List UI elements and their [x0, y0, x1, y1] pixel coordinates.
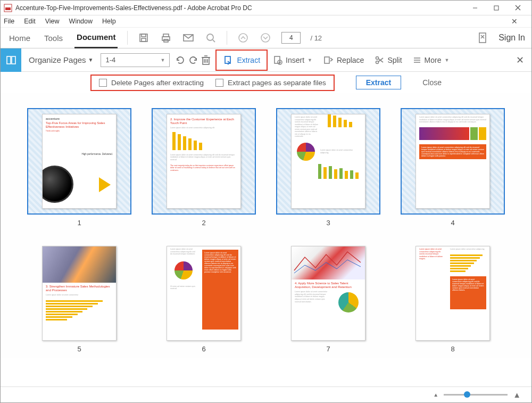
- rotate-left-icon[interactable]: [174, 54, 187, 67]
- extract-button[interactable]: Extract: [356, 76, 401, 89]
- save-icon[interactable]: [137, 31, 150, 44]
- separator: [227, 31, 227, 45]
- svg-rect-1: [5, 7, 11, 10]
- page-number: 5: [77, 345, 81, 353]
- svg-point-16: [261, 34, 270, 42]
- zoom-out-icon[interactable]: ▲: [433, 392, 438, 398]
- split-tool[interactable]: Split: [369, 52, 407, 68]
- svg-point-15: [239, 34, 247, 42]
- tab-home[interactable]: Home: [7, 27, 32, 48]
- search-icon[interactable]: [204, 31, 217, 44]
- checkbox-icon: [215, 79, 223, 87]
- main-toolbar: Home Tools Document 4 / 12 Sign In: [1, 27, 531, 48]
- tab-document[interactable]: Document: [74, 27, 118, 48]
- close-window-button[interactable]: [507, 1, 528, 15]
- organize-sidebar-tab[interactable]: [1, 48, 21, 72]
- extract-options-group: Delete Pages after extracting Extract pa…: [90, 75, 335, 91]
- organize-label[interactable]: Organize Pages▼: [21, 55, 101, 64]
- mobile-icon[interactable]: [476, 31, 489, 44]
- page-number: 2: [202, 219, 205, 227]
- svg-rect-7: [142, 34, 146, 37]
- thumbnail-grid: accenture Top-Five Focus Areas for Impro…: [1, 93, 531, 358]
- title-bar: Accenture-Top-Five-Improvements-Sales-Ef…: [1, 1, 531, 15]
- zoom-slider[interactable]: [444, 394, 508, 396]
- organize-toolbar: Organize Pages▼ 1-4▼ Extract Insert▼ Rep…: [1, 48, 531, 72]
- insert-tool[interactable]: Insert▼: [268, 52, 318, 68]
- page-thumbnail[interactable]: Lorem ipsum dolor sit amet consectetur a…: [398, 108, 507, 227]
- extract-tool[interactable]: Extract: [215, 50, 268, 71]
- page-up-icon[interactable]: [237, 31, 250, 44]
- svg-line-14: [213, 40, 215, 42]
- menu-help[interactable]: Help: [102, 18, 116, 25]
- svg-rect-33: [325, 57, 329, 63]
- page-number: 6: [202, 345, 205, 353]
- page-number: 4: [451, 219, 454, 227]
- menu-view[interactable]: View: [45, 18, 60, 25]
- svg-rect-10: [162, 37, 170, 40]
- extract-options-bar: Delete Pages after extracting Extract pa…: [1, 72, 531, 93]
- svg-rect-3: [494, 6, 498, 10]
- close-button[interactable]: Close: [422, 78, 442, 87]
- minimize-button[interactable]: [464, 1, 486, 15]
- page-number: 8: [451, 345, 454, 353]
- page-down-icon[interactable]: [259, 31, 272, 44]
- page-number: 3: [326, 219, 330, 227]
- svg-rect-20: [7, 56, 11, 64]
- zoom-footer: ▲ ▲: [1, 386, 531, 402]
- app-icon: [4, 4, 12, 12]
- maximize-button[interactable]: [486, 1, 507, 15]
- page-total: / 12: [310, 34, 322, 42]
- print-icon[interactable]: [160, 31, 172, 44]
- menubar-close-icon[interactable]: ✕: [511, 17, 518, 26]
- page-number: 1: [77, 219, 81, 227]
- svg-point-13: [207, 34, 213, 40]
- svg-rect-6: [140, 34, 147, 42]
- zoom-in-icon[interactable]: ▲: [513, 390, 521, 399]
- menu-window[interactable]: Window: [69, 18, 93, 25]
- page-thumbnail[interactable]: accenture Top-Five Focus Areas for Impro…: [25, 108, 134, 227]
- menu-edit[interactable]: Edit: [24, 18, 36, 25]
- page-thumbnail[interactable]: Lorem ipsum dolor sit amet consectetur a…: [149, 246, 258, 353]
- menu-file[interactable]: File: [4, 18, 14, 25]
- window-title: Accenture-Top-Five-Improvements-Sales-Ef…: [15, 4, 464, 12]
- current-page-input[interactable]: 4: [281, 32, 301, 44]
- page-range-input[interactable]: 1-4▼: [101, 53, 170, 67]
- mail-icon[interactable]: [182, 31, 195, 44]
- page-thumbnail[interactable]: Lorem ipsum dolor sit amet consectetur a…: [398, 246, 507, 353]
- close-organize-icon[interactable]: ✕: [516, 54, 524, 66]
- menu-bar: File Edit View Window Help ✕: [1, 15, 531, 27]
- separator: [127, 31, 128, 45]
- separate-files-checkbox[interactable]: Extract pages as separate files: [215, 79, 326, 87]
- svg-rect-17: [479, 33, 486, 43]
- page-thumbnail[interactable]: Lorem ipsum dolor sit amet consectetur a…: [274, 108, 383, 227]
- delete-icon[interactable]: [200, 54, 212, 67]
- more-tool[interactable]: More▼: [408, 52, 455, 68]
- sign-in-button[interactable]: Sign In: [498, 33, 525, 43]
- svg-rect-21: [12, 56, 15, 64]
- page-thumbnail[interactable]: 2. Improve the Customer Experience at Ea…: [149, 108, 258, 227]
- page-thumbnail[interactable]: 3. Strengthen Immature Sales Methodologi…: [25, 246, 134, 353]
- delete-after-checkbox[interactable]: Delete Pages after extracting: [99, 79, 204, 87]
- page-number: 7: [326, 345, 330, 353]
- page-thumbnail[interactable]: 4. Apply More Science to Sales Talent Ac…: [274, 246, 383, 353]
- replace-tool[interactable]: Replace: [318, 52, 369, 68]
- svg-rect-8: [142, 38, 146, 42]
- checkbox-icon: [99, 79, 107, 87]
- rotate-right-icon[interactable]: [187, 54, 200, 67]
- tab-tools[interactable]: Tools: [42, 27, 65, 48]
